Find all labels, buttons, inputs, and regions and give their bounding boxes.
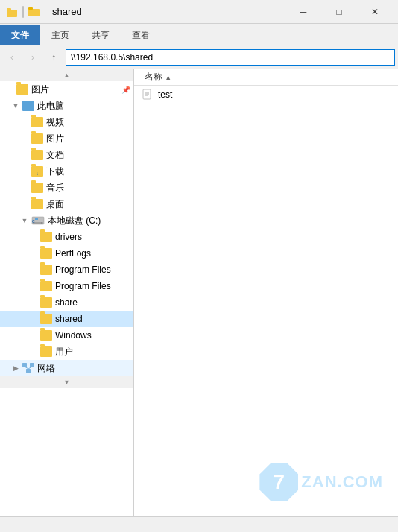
content-header: 名称 ▲ (134, 69, 398, 86)
expand-network[interactable]: ▶ (12, 364, 19, 372)
drive-icon: C (31, 215, 45, 226)
nav-item-videos[interactable]: 视频 (0, 114, 133, 130)
pc-icon (22, 101, 34, 111)
svg-rect-3 (28, 7, 33, 10)
nav-label-videos: 视频 (46, 116, 64, 129)
window-controls: ─ □ ✕ (286, 0, 392, 24)
nav-label-desktop: 桌面 (46, 198, 64, 211)
status-bar (0, 516, 398, 532)
tab-share[interactable]: 共享 (80, 25, 121, 45)
back-button[interactable]: ‹ (3, 48, 21, 66)
svg-rect-12 (30, 363, 34, 367)
nav-label-users: 用户 (55, 346, 73, 358)
main-area: ▲ 图片 📌 ▼ 此电脑 视频 (0, 69, 398, 516)
nav-label-windows: Windows (55, 330, 92, 341)
folder-icon-perflogs (40, 248, 52, 259)
nav-item-desktop[interactable]: 桌面 (0, 196, 133, 212)
nav-item-program-files-x86[interactable]: Program Files (0, 278, 133, 294)
ribbon: 文件 主页 共享 查看 (0, 24, 398, 45)
svg-line-14 (28, 367, 32, 369)
nav-item-documents[interactable]: 文档 (0, 147, 133, 163)
svg-text:C: C (32, 219, 35, 224)
expand-this-pc[interactable]: ▼ (12, 102, 19, 110)
nav-item-network[interactable]: ▶ 网络 (0, 360, 133, 376)
network-icon (22, 363, 34, 373)
scroll-down-indicator[interactable]: ▼ (0, 376, 133, 388)
folder-icon-share (40, 297, 52, 308)
file-label-test: test (158, 89, 172, 100)
folder-icon-music (31, 183, 43, 193)
nav-label-perflogs: PerfLogs (55, 248, 91, 259)
separator (22, 6, 24, 18)
folder-icon-documents (31, 150, 43, 160)
svg-rect-11 (22, 363, 27, 367)
tab-home[interactable]: 主页 (40, 25, 80, 45)
nav-item-drivers[interactable]: drivers (0, 229, 133, 245)
scroll-up-indicator[interactable]: ▲ (0, 69, 133, 81)
nav-item-this-pc[interactable]: ▼ 此电脑 (0, 98, 133, 114)
folder-icon-pictures (31, 133, 43, 144)
text-file-icon (142, 89, 154, 101)
nav-label-pictures: 图片 (46, 133, 64, 145)
folder-icon-title (28, 6, 40, 18)
folder-icon (16, 84, 28, 95)
svg-point-6 (41, 222, 42, 224)
nav-label-music: 音乐 (46, 182, 64, 194)
nav-item-perflogs[interactable]: PerfLogs (0, 245, 133, 262)
nav-item-users[interactable]: 用户 (0, 343, 133, 360)
svg-rect-8 (35, 218, 38, 220)
folder-icon-shared (40, 314, 52, 324)
up-button[interactable]: ↑ (45, 48, 63, 66)
col-name-header[interactable]: 名称 ▲ (142, 69, 174, 85)
svg-rect-0 (7, 10, 17, 17)
window-title: shared (52, 6, 282, 17)
address-bar-row: ‹ › ↑ (0, 45, 398, 69)
nav-item-windows[interactable]: Windows (0, 327, 133, 343)
maximize-button[interactable]: □ (322, 0, 356, 24)
forward-button[interactable]: › (24, 48, 42, 66)
title-bar: shared ─ □ ✕ (0, 0, 398, 24)
nav-label-downloads: 下载 (46, 165, 64, 178)
nav-item-downloads[interactable]: ↓ 下载 (0, 163, 133, 180)
tab-view[interactable]: 查看 (121, 25, 161, 45)
nav-item-program-files[interactable]: Program Files (0, 262, 133, 278)
pin-icon: 📌 (121, 86, 130, 94)
folder-icon-windows (40, 330, 52, 341)
folder-icon-desktop (31, 199, 43, 209)
nav-label-network: 网络 (37, 362, 55, 375)
nav-label-this-pc: 此电脑 (37, 100, 64, 113)
nav-label-shared: shared (55, 314, 83, 324)
watermark: 7 ZAN.COM (259, 463, 383, 501)
address-input[interactable] (66, 49, 395, 66)
folder-icon-users (40, 346, 52, 357)
svg-rect-10 (26, 369, 31, 373)
file-item-test[interactable]: test (134, 86, 398, 104)
folder-icon-downloads: ↓ (31, 166, 43, 177)
svg-line-13 (25, 367, 28, 369)
nav-item-shared[interactable]: shared (0, 311, 133, 327)
tab-file[interactable]: 文件 (0, 25, 40, 45)
expand-local-disk[interactable]: ▼ (21, 217, 28, 224)
nav-item-local-disk[interactable]: ▼ C 本地磁盘 (C:) (0, 212, 133, 229)
nav-label-documents: 文档 (46, 149, 64, 162)
folder-icon-drivers (40, 232, 52, 242)
nav-item-pictures-pin[interactable]: 图片 📌 (0, 81, 133, 98)
ribbon-tabs: 文件 主页 共享 查看 (0, 24, 398, 45)
window-icon (6, 6, 18, 18)
nav-item-share[interactable]: share (0, 294, 133, 311)
nav-label-program-files-x86: Program Files (55, 281, 111, 291)
nav-panel: ▲ 图片 📌 ▼ 此电脑 视频 (0, 69, 134, 516)
nav-label-local-disk: 本地磁盘 (C:) (48, 215, 101, 227)
close-button[interactable]: ✕ (358, 0, 392, 24)
folder-icon-videos (31, 117, 43, 127)
nav-item-pictures[interactable]: 图片 (0, 130, 133, 147)
watermark-shape: 7 (259, 463, 298, 501)
folder-icon-program-files-x86 (40, 281, 52, 291)
folder-icon-program-files (40, 265, 52, 275)
nav-label-program-files: Program Files (55, 265, 111, 275)
watermark-text: ZAN.COM (301, 472, 383, 492)
content-panel: 名称 ▲ test 7 ZAN.COM (134, 69, 398, 516)
svg-rect-1 (7, 8, 11, 10)
nav-item-music[interactable]: 音乐 (0, 180, 133, 196)
minimize-button[interactable]: ─ (286, 0, 320, 24)
